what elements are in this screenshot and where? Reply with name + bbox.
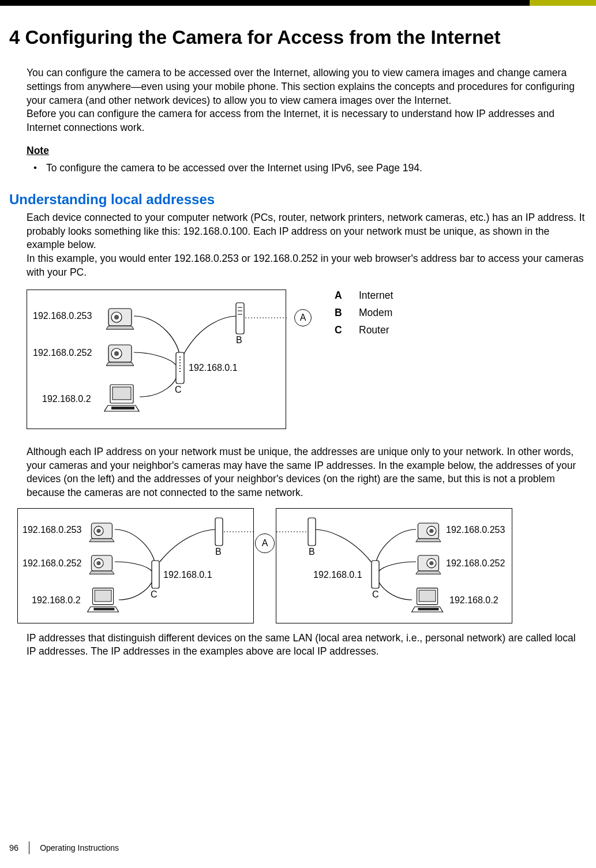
- d1-router-label: C: [175, 385, 182, 395]
- d2l-ip-router: 192.168.0.1: [163, 570, 212, 580]
- svg-rect-34: [372, 561, 379, 588]
- d1-modem-label: B: [236, 335, 242, 345]
- legend-key-c: C: [335, 322, 345, 339]
- d1-ip-cam2: 192.168.0.252: [33, 348, 92, 358]
- svg-point-26: [96, 529, 100, 533]
- d1-internet-letter: A: [300, 313, 306, 323]
- d2l-router-label: C: [151, 589, 158, 600]
- page-number: 96: [9, 843, 18, 852]
- diagram-1-row: 192.168.0.253 192.168.0.252 192.168.0.2 …: [9, 290, 587, 429]
- diagram-1-box: 192.168.0.253 192.168.0.252 192.168.0.2 …: [27, 290, 286, 429]
- note-label: Note: [27, 145, 587, 157]
- d2r-ip-pc: 192.168.0.2: [449, 595, 498, 606]
- svg-point-29: [96, 561, 100, 565]
- section-heading: Understanding local addresses: [9, 191, 587, 208]
- legend-row-c: CRouter: [335, 322, 393, 339]
- legend-key-a: A: [335, 287, 345, 305]
- section-intro-block: Each device connected to your computer n…: [27, 211, 587, 279]
- svg-rect-44: [418, 607, 438, 610]
- section-paragraph-2: In this example, you would enter 192.168…: [27, 252, 587, 279]
- svg-rect-32: [93, 607, 114, 610]
- svg-rect-20: [111, 407, 134, 409]
- d2r-modem-label: B: [309, 547, 315, 557]
- section-paragraph-1: Each device connected to your computer n…: [27, 211, 587, 252]
- svg-rect-31: [95, 590, 111, 602]
- svg-rect-21: [215, 518, 223, 546]
- d1-ip-cam1: 192.168.0.253: [33, 311, 92, 321]
- diagram-2-right: 192.168.0.253 192.168.0.252 192.168.0.2 …: [276, 508, 512, 623]
- svg-point-41: [429, 561, 433, 565]
- chapter-heading: 4 Configuring the Camera for Access from…: [9, 25, 587, 49]
- d2l-ip-cam2: 192.168.0.252: [23, 558, 81, 569]
- d2l-ip-pc: 192.168.0.2: [32, 595, 81, 606]
- svg-rect-22: [152, 561, 159, 588]
- svg-point-9: [179, 368, 181, 369]
- svg-point-5: [179, 356, 181, 358]
- d2r-router-label: C: [372, 589, 379, 600]
- d1-ip-pc: 192.168.0.2: [42, 394, 91, 404]
- diagram-2-row: 192.168.0.253 192.168.0.252 192.168.0.2 …: [17, 508, 587, 623]
- d2l-ip-cam1: 192.168.0.253: [23, 525, 81, 535]
- intro-block: You can configure the camera to be acces…: [27, 66, 587, 175]
- svg-point-8: [179, 365, 181, 366]
- paragraph-after-d1: Although each IP address on your network…: [27, 445, 587, 500]
- top-accent-bar: [0, 0, 596, 6]
- top-bar-black: [0, 0, 530, 6]
- svg-point-10: [179, 371, 181, 372]
- d2-internet-letter: A: [262, 538, 268, 548]
- after-d1-block: Although each IP address on your network…: [27, 445, 587, 500]
- note-item: To configure the camera to be accessed o…: [46, 161, 587, 175]
- after-d2-block: IP addresses that distinguish different …: [27, 632, 587, 659]
- d2-internet-node: A: [255, 533, 275, 553]
- diagram-legend: AInternet BModem CRouter: [335, 287, 393, 339]
- intro-paragraph-2: Before you can configure the camera for …: [27, 107, 587, 134]
- svg-rect-43: [419, 590, 436, 602]
- legend-row-b: BModem: [335, 305, 393, 322]
- legend-row-a: AInternet: [335, 287, 393, 305]
- intro-paragraph-1: You can configure the camera to be acces…: [27, 66, 587, 107]
- page-content: 4 Configuring the Camera for Access from…: [0, 6, 596, 659]
- svg-rect-19: [113, 387, 131, 400]
- d1-internet-node: A: [294, 309, 312, 326]
- svg-point-7: [179, 362, 181, 363]
- footer-doc-title: Operating Instructions: [40, 843, 119, 852]
- d2r-ip-router: 192.168.0.1: [313, 570, 362, 580]
- d1-ip-router: 192.168.0.1: [189, 363, 238, 373]
- legend-key-b: B: [335, 305, 345, 322]
- footer-divider: [29, 841, 29, 854]
- svg-point-6: [179, 359, 181, 360]
- legend-val-a: Internet: [359, 287, 393, 305]
- diagram-2-left: 192.168.0.253 192.168.0.252 192.168.0.2 …: [17, 508, 254, 623]
- svg-point-17: [114, 351, 119, 356]
- top-bar-olive: [530, 0, 596, 6]
- d2r-ip-cam2: 192.168.0.252: [446, 558, 505, 569]
- svg-point-14: [114, 315, 119, 320]
- legend-val-b: Modem: [359, 305, 392, 322]
- svg-rect-33: [308, 518, 316, 546]
- note-list: To configure the camera to be accessed o…: [27, 161, 587, 175]
- d2l-modem-label: B: [215, 547, 222, 557]
- legend-val-c: Router: [359, 322, 389, 339]
- paragraph-after-d2: IP addresses that distinguish different …: [27, 632, 587, 659]
- page-footer: 96 Operating Instructions: [9, 841, 119, 854]
- svg-point-38: [429, 529, 433, 533]
- d2r-ip-cam1: 192.168.0.253: [446, 525, 505, 535]
